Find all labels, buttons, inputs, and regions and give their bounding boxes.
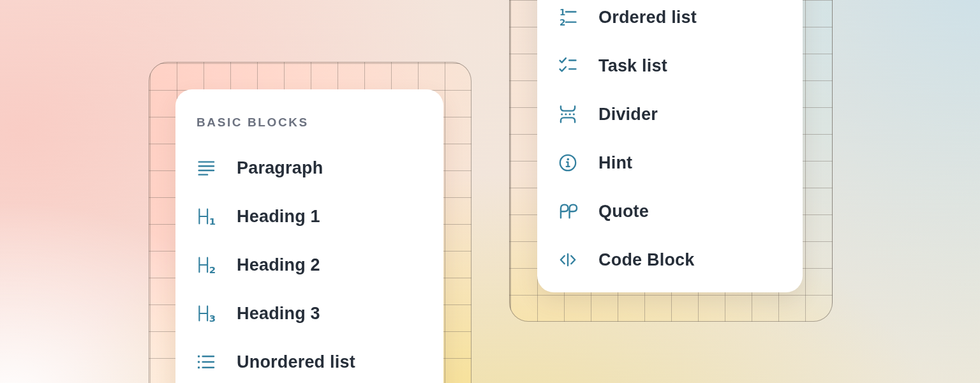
hint-icon	[557, 152, 579, 174]
menu-item-label: Code Block	[598, 250, 695, 270]
task-list-icon	[557, 55, 579, 77]
svg-text:2: 2	[560, 18, 565, 27]
heading-2-icon: 2	[195, 254, 217, 276]
paragraph-icon	[195, 157, 217, 179]
divider-icon	[557, 103, 579, 125]
heading-1-icon: 1	[195, 206, 217, 227]
menu-item-code-block[interactable]: Code Block	[537, 236, 803, 284]
menu-item-unordered-list[interactable]: Unordered list	[175, 338, 443, 383]
svg-text:3: 3	[209, 313, 216, 324]
menu-item-quote[interactable]: Quote	[537, 187, 803, 236]
basic-blocks-menu-card: BASIC BLOCKS Paragraph1Heading 12Heading…	[175, 89, 443, 383]
menu-item-divider[interactable]: Divider	[537, 90, 803, 139]
quote-icon	[557, 200, 579, 222]
menu-item-label: Divider	[598, 105, 658, 124]
menu-item-label: Heading 2	[237, 255, 320, 275]
unordered-list-icon	[195, 351, 217, 373]
menu-item-label: Paragraph	[237, 158, 323, 178]
menu-item-task-list[interactable]: Task list	[537, 41, 803, 90]
menu-item-label: Quote	[598, 202, 649, 222]
menu-item-label: Ordered list	[598, 8, 697, 27]
menu-item-heading-2[interactable]: 2Heading 2	[175, 241, 443, 289]
ordered-list-icon: 12	[557, 6, 579, 28]
menu-item-label: Task list	[598, 56, 667, 76]
svg-text:1: 1	[560, 8, 565, 17]
menu-item-label: Hint	[598, 153, 632, 173]
menu-item-hint[interactable]: Hint	[537, 139, 803, 187]
menu-item-label: Heading 3	[237, 304, 320, 324]
svg-text:1: 1	[209, 216, 216, 227]
section-label-basic-blocks: BASIC BLOCKS	[175, 114, 443, 131]
menu-item-label: Unordered list	[237, 352, 355, 372]
menu-item-ordered-list[interactable]: 12Ordered list	[537, 0, 803, 41]
menu-item-paragraph[interactable]: Paragraph	[175, 144, 443, 192]
blocks-item-list: 12Ordered listTask listDividerHintQuoteC…	[537, 0, 803, 284]
code-block-icon	[557, 249, 579, 271]
svg-text:2: 2	[209, 264, 216, 276]
basic-blocks-item-list: Paragraph1Heading 12Heading 23Heading 3U…	[175, 144, 443, 383]
menu-item-label: Heading 1	[237, 207, 320, 227]
heading-3-icon: 3	[195, 303, 217, 324]
menu-item-heading-3[interactable]: 3Heading 3	[175, 289, 443, 338]
menu-item-heading-1[interactable]: 1Heading 1	[175, 192, 443, 241]
blocks-menu-card-continued: 12Ordered listTask listDividerHintQuoteC…	[537, 0, 803, 292]
background: BASIC BLOCKS Paragraph1Heading 12Heading…	[0, 0, 980, 383]
